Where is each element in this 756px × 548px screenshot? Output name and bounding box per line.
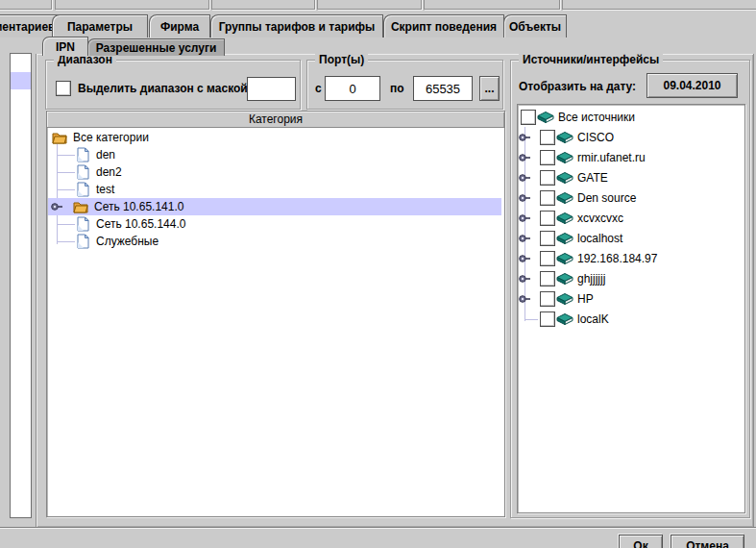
- source-label: Все источники: [558, 111, 635, 124]
- port-from-input[interactable]: [325, 76, 380, 101]
- source-tree-item[interactable]: rmir.ufanet.ru: [519, 148, 743, 167]
- port-browse-button[interactable]: ...: [479, 76, 500, 101]
- category-tree: Все категории den den2 test: [48, 129, 501, 513]
- tab-tariff-groups[interactable]: Группы тарифов и тарифы: [210, 14, 383, 37]
- category-tree-item[interactable]: den: [48, 146, 501, 163]
- folder-open-icon: [52, 131, 67, 144]
- tab-ipn[interactable]: IPN: [42, 37, 88, 56]
- tab-allowed-services-label: Разрешенные услуги: [96, 41, 217, 55]
- source-tree-item[interactable]: xcvxcvxc: [519, 209, 743, 228]
- category-tree-item[interactable]: Служебные: [48, 233, 501, 250]
- source-checkbox[interactable]: [540, 311, 555, 327]
- category-tree-item[interactable]: test: [48, 181, 501, 198]
- source-tree-item[interactable]: Den source: [519, 188, 743, 208]
- tree-expand-handle[interactable]: [519, 154, 531, 162]
- tree-expand-handle[interactable]: [519, 235, 531, 242]
- source-label: localK: [577, 312, 609, 326]
- show-on-date-label: Отобразить на дату:: [519, 80, 636, 93]
- source-label: localhost: [577, 232, 622, 245]
- tree-expand-handle[interactable]: [519, 194, 531, 202]
- source-tree-item[interactable]: Все источники: [519, 108, 743, 127]
- port-from-label: с: [315, 82, 322, 95]
- document-icon: [77, 147, 89, 162]
- category-tree-item-selected[interactable]: Сеть 10.65.141.0: [48, 198, 501, 215]
- cropped-panel-edge: [424, 0, 560, 10]
- source-checkbox[interactable]: [540, 190, 555, 206]
- source-tree-item[interactable]: HP: [519, 289, 743, 309]
- port-to-input[interactable]: [413, 76, 473, 101]
- category-tree-item[interactable]: den2: [48, 163, 501, 181]
- left-panel-selected-item[interactable]: [11, 72, 31, 89]
- source-label: GATE: [577, 171, 608, 185]
- tree-connector-elbow: [57, 189, 75, 190]
- tree-connector-elbow: [524, 319, 538, 320]
- tree-connector-elbow: [57, 224, 75, 225]
- mask-input[interactable]: [247, 77, 296, 101]
- date-button[interactable]: 09.04.2010: [646, 73, 738, 98]
- source-checkbox[interactable]: [540, 271, 555, 286]
- range-mask-checkbox[interactable]: [56, 81, 71, 96]
- source-checkbox[interactable]: [540, 211, 555, 226]
- sources-group-title: Источники/интерфейсы: [519, 53, 663, 66]
- category-label: Сеть 10.65.144.0: [96, 217, 185, 231]
- tree-expand-handle[interactable]: [51, 203, 63, 211]
- tab-allowed-services[interactable]: Разрешенные услуги: [87, 38, 225, 56]
- sources-tree-panel: Все источники CISCO rmir.ufanet.ru: [517, 104, 745, 513]
- source-tree-item[interactable]: ghjjjjjj: [519, 269, 743, 288]
- document-icon: [77, 234, 89, 249]
- tab-firm[interactable]: Фирма: [149, 14, 210, 37]
- source-tree-item[interactable]: localhost: [519, 229, 743, 248]
- left-side-panel: [10, 53, 32, 518]
- category-label: den: [96, 148, 115, 162]
- book-icon: [556, 212, 573, 225]
- cancel-button[interactable]: Отмена: [671, 535, 744, 548]
- tab-objects[interactable]: Объекты: [503, 14, 567, 37]
- category-tree-item[interactable]: Все категории: [48, 129, 501, 146]
- category-header-label: Категория: [249, 112, 303, 126]
- tree-expand-handle[interactable]: [519, 255, 531, 262]
- source-tree-item[interactable]: 192.168.184.97: [519, 249, 743, 268]
- tree-expand-handle[interactable]: [519, 275, 531, 283]
- tree-expand-handle[interactable]: [519, 174, 531, 182]
- tab-behavior-script[interactable]: Скрипт поведения: [383, 14, 504, 37]
- book-icon: [556, 192, 573, 205]
- category-table: Категория Все категории den den2: [46, 111, 505, 517]
- source-checkbox[interactable]: [540, 231, 555, 246]
- category-column-header[interactable]: Категория: [47, 112, 504, 128]
- source-label: 192.168.184.97: [577, 252, 657, 265]
- book-icon: [556, 132, 573, 144]
- cropped-panel-edge: [0, 0, 52, 10]
- ports-groupbox: Порт(ы) с по ...: [306, 60, 503, 110]
- source-label: CISCO: [577, 131, 614, 144]
- tree-connector-elbow: [57, 241, 75, 242]
- tree-expand-handle[interactable]: [519, 295, 531, 303]
- source-checkbox[interactable]: [540, 150, 555, 165]
- document-icon: [77, 164, 89, 180]
- source-tree-item[interactable]: CISCO: [519, 128, 743, 147]
- source-label: HP: [577, 292, 594, 306]
- source-checkbox[interactable]: [540, 251, 555, 266]
- application-window: мментариев Параметры Фирма Группы тарифо…: [0, 0, 756, 548]
- source-tree-item[interactable]: localK: [519, 310, 743, 329]
- source-label: Den source: [577, 191, 636, 205]
- category-label: Сеть 10.65.141.0: [94, 200, 183, 213]
- document-icon: [77, 216, 89, 232]
- source-checkbox[interactable]: [540, 130, 555, 145]
- tree-expand-handle[interactable]: [519, 214, 531, 222]
- ok-button[interactable]: Ок: [619, 535, 663, 548]
- tree-connector-elbow: [57, 172, 75, 173]
- footer-divider-highlight: [0, 528, 756, 529]
- book-icon: [556, 293, 573, 306]
- cropped-panel-edge: [562, 0, 756, 10]
- source-tree-item[interactable]: GATE: [519, 168, 743, 187]
- category-tree-item[interactable]: Сеть 10.65.144.0: [48, 215, 501, 233]
- folder-open-icon: [73, 200, 88, 213]
- tab-parameters[interactable]: Параметры: [52, 14, 148, 37]
- source-checkbox[interactable]: [540, 170, 555, 186]
- source-checkbox[interactable]: [540, 291, 555, 307]
- tree-expand-handle[interactable]: [519, 134, 531, 141]
- sources-tree: Все источники CISCO rmir.ufanet.ru: [519, 107, 743, 511]
- tab-ipn-label: IPN: [56, 40, 75, 54]
- ipn-tab-panel: Диапазон Выделить диапазон с маской / По…: [36, 54, 754, 528]
- source-checkbox[interactable]: [521, 110, 536, 125]
